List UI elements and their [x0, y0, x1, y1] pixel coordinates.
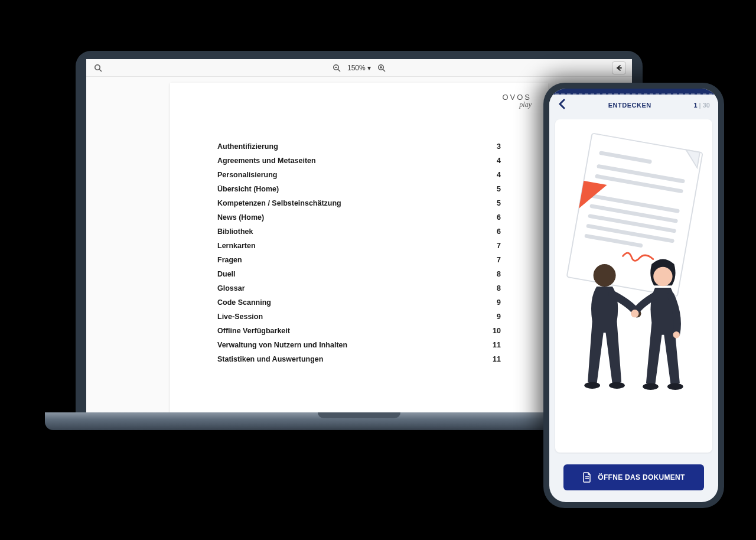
toc-page: 6 — [497, 213, 501, 222]
open-document-button[interactable]: ÖFFNE DAS DOKUMENT — [563, 464, 704, 490]
toc-row[interactable]: Fragen7 — [217, 253, 501, 267]
zoom-in-icon[interactable] — [376, 62, 387, 74]
toc-row[interactable]: Lernkarten7 — [217, 239, 501, 253]
toc-row[interactable]: Offline Verfügbarkeit10 — [217, 324, 501, 338]
toc-title: News (Home) — [217, 213, 264, 222]
toc-page: 4 — [497, 157, 501, 165]
toc-page: 6 — [497, 227, 501, 236]
handshake-illustration — [555, 119, 712, 434]
toc-page: 11 — [493, 341, 501, 349]
toc-title: Agreements und Metaseiten — [217, 157, 316, 165]
toc-page: 5 — [497, 199, 501, 207]
back-chevron-icon[interactable] — [558, 99, 566, 112]
toc-page: 9 — [497, 313, 501, 321]
svg-point-25 — [673, 331, 680, 338]
toc-row[interactable]: Duell8 — [217, 267, 501, 281]
toc-row[interactable]: Authentifizierung3 — [217, 139, 501, 154]
toc-page: 3 — [497, 142, 501, 151]
brand-subtitle: play — [502, 101, 532, 108]
toc-page: 11 — [493, 355, 501, 363]
toc-title: Fragen — [217, 256, 242, 264]
progress-count: 1 | 30 — [693, 102, 710, 109]
phone-screen: ENTDECKEN 1 | 30 — [549, 89, 718, 502]
pdf-toolbar: 150% ▾ — [86, 59, 632, 77]
toc-row[interactable]: Bibliothek6 — [217, 225, 501, 239]
svg-point-24 — [631, 310, 638, 317]
toc-row[interactable]: Live-Session9 — [217, 310, 501, 324]
toc-title: Kompetenzen / Selbsteinschätzung — [217, 199, 341, 207]
svg-point-19 — [594, 264, 616, 287]
progress-strip — [549, 89, 718, 95]
content-card — [555, 119, 712, 453]
toc-title: Lernkarten — [217, 242, 256, 250]
svg-point-22 — [609, 382, 625, 389]
toc-title: Offline Verfügbarkeit — [217, 327, 290, 335]
toc-page: 10 — [493, 327, 501, 335]
phone-header: ENTDECKEN 1 | 30 — [549, 95, 718, 116]
document-page: OVOS play Authentifizierung3Agreements u… — [170, 83, 548, 412]
toc-row[interactable]: Übersicht (Home)5 — [217, 182, 501, 196]
zoom-level[interactable]: 150% ▾ — [347, 64, 371, 72]
toc-title: Glossar — [217, 284, 245, 292]
toc-title: Übersicht (Home) — [217, 185, 279, 193]
cta-label: ÖFFNE DAS DOKUMENT — [598, 473, 685, 482]
screen-title: ENTDECKEN — [566, 102, 693, 109]
svg-point-21 — [584, 382, 600, 389]
chevron-down-icon: ▾ — [367, 64, 371, 72]
toc-page: 8 — [497, 284, 501, 292]
toc-page: 7 — [497, 256, 501, 264]
toc-title: Bibliothek — [217, 227, 253, 236]
svg-point-26 — [643, 383, 659, 390]
toc-title: Personalisierung — [217, 171, 277, 179]
toc-page: 9 — [497, 298, 501, 307]
toc-title: Code Scanning — [217, 298, 271, 307]
toc-row[interactable]: News (Home)6 — [217, 210, 501, 225]
toc-row[interactable]: Statistiken und Auswertungen11 — [217, 352, 501, 366]
toc-row[interactable]: Agreements und Metaseiten4 — [217, 154, 501, 168]
svg-line-4 — [338, 69, 340, 71]
toc-title: Live-Session — [217, 313, 263, 321]
toc-row[interactable]: Kompetenzen / Selbsteinschätzung5 — [217, 196, 501, 210]
svg-line-1 — [99, 69, 102, 71]
phone-bezel: ENTDECKEN 1 | 30 — [543, 83, 724, 508]
toc-row[interactable]: Code Scanning9 — [217, 295, 501, 310]
toc-row[interactable]: Personalisierung4 — [217, 168, 501, 182]
svg-point-23 — [653, 267, 672, 286]
back-button[interactable] — [612, 61, 626, 74]
toc-title: Statistiken und Auswertungen — [217, 355, 323, 363]
document-icon — [582, 472, 592, 483]
toc-page: 7 — [497, 242, 501, 250]
toc-page: 8 — [497, 270, 501, 278]
zoom-out-icon[interactable] — [331, 62, 343, 74]
toc-title: Verwaltung von Nutzern und Inhalten — [217, 341, 347, 349]
toc-row[interactable]: Glossar8 — [217, 281, 501, 295]
toc-page: 4 — [497, 171, 501, 179]
phone-mockup: ENTDECKEN 1 | 30 — [543, 83, 724, 508]
toc-row[interactable]: Verwaltung von Nutzern und Inhalten11 — [217, 338, 501, 352]
brand-logo: OVOS play — [502, 93, 532, 108]
search-icon[interactable] — [92, 62, 104, 74]
svg-point-0 — [95, 64, 100, 69]
svg-point-27 — [667, 383, 683, 390]
toc-title: Duell — [217, 270, 236, 278]
svg-line-8 — [383, 69, 385, 71]
table-of-contents: Authentifizierung3Agreements und Metasei… — [217, 139, 501, 366]
toc-page: 5 — [497, 185, 501, 193]
toc-title: Authentifizierung — [217, 142, 278, 151]
